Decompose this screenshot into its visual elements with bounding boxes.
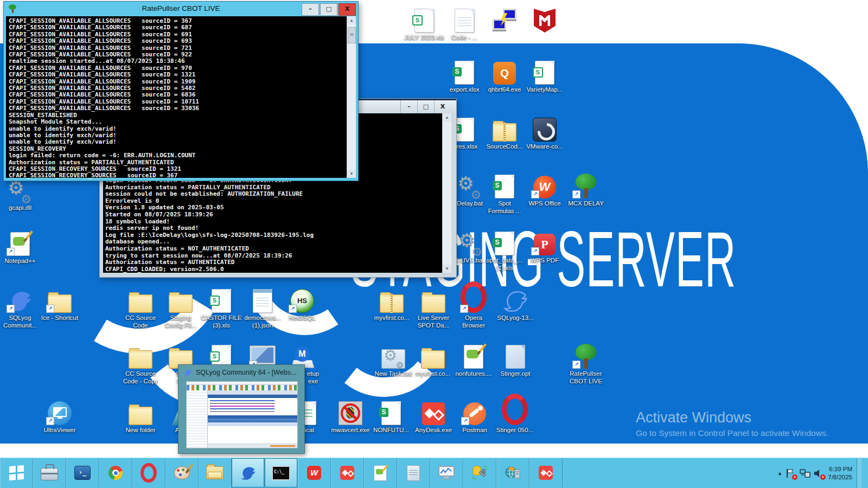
action-center-flag-icon[interactable]	[786, 468, 795, 478]
show-desktop-button[interactable]	[857, 458, 861, 488]
document-icon	[506, 345, 525, 369]
taskbar-notepad[interactable]	[397, 458, 430, 487]
desktop-icon-spot-formulas[interactable]: SpotFormulas ...	[484, 172, 525, 215]
taskbar-file-explorer[interactable]	[199, 458, 232, 487]
desktop-icon-nonfutures[interactable]: nonfutures....	[453, 343, 494, 378]
desktop-icon-ratepullser-cbot-live[interactable]: RatePullserCBOT LIVE	[565, 343, 607, 386]
taskbar-anydesk[interactable]	[331, 458, 364, 487]
scrollbar[interactable]: ▴ ▾	[347, 16, 356, 178]
taskbar-thumbnail-preview[interactable]: SQLyog Community 64 - [Webs...	[178, 364, 305, 454]
taskbar-paint[interactable]	[165, 458, 199, 487]
desktop-icon-ultraviewer[interactable]: UltraViewer	[39, 399, 80, 434]
desktop-icon-mcx-delay[interactable]: MCX DELAY	[565, 172, 607, 208]
scrollbar[interactable]: ▴ ▾	[442, 113, 451, 273]
scroll-up-icon[interactable]: ▴	[347, 16, 356, 24]
shortcut-arrow-icon	[531, 190, 539, 198]
desktop-icon-export-xlsx[interactable]: export.xlsx	[444, 59, 485, 94]
desktop-icon-vmware[interactable]: VMware-co...	[524, 115, 565, 151]
taskbar-iis-manager[interactable]	[496, 458, 529, 487]
desktop-icon-cc-source-code-copy[interactable]: CC SourceCode - Copy	[120, 343, 161, 386]
volume-muted-icon[interactable]	[814, 468, 824, 478]
desktop-icon-staging-config[interactable]: StagingConfig Fil...	[160, 287, 201, 330]
desktop-icon-winscp[interactable]	[484, 7, 525, 34]
taskbar-server-manager[interactable]	[33, 458, 66, 487]
taskbar-notepad-plus-plus[interactable]	[364, 458, 397, 487]
desktop-icon-stinger-050[interactable]: Stinger 050...	[494, 399, 535, 434]
desktop-icon-wps-office[interactable]: WPS Office	[524, 172, 565, 208]
desktop-icon-july-2023-xls[interactable]: JULY 2023.xls	[404, 7, 445, 42]
desktop-icon-varietymap[interactable]: VarietyMap...	[524, 59, 565, 94]
taskbar-chrome[interactable]	[99, 458, 132, 487]
window-titlebar[interactable]: RatePullser CBOT LIVE – □ X	[4, 2, 358, 16]
desktop-icon-stinger-opt[interactable]: Stinger.opt	[495, 343, 536, 378]
notepad-plus-plus-file-icon	[464, 345, 483, 369]
desktop-icon-spot-data-xls[interactable]: spot_data_...(1).xls	[484, 229, 525, 272]
taskbar-wps-office[interactable]	[298, 458, 331, 487]
desktop-icon-gcapi-dll[interactable]: gcapi.dll	[0, 177, 41, 212]
desktop-icon-new-folder[interactable]: New folder	[120, 399, 161, 434]
maximize-button[interactable]: □	[320, 3, 337, 16]
taskbar-sqlyog[interactable]	[232, 458, 265, 487]
desktop-icon-postman[interactable]: Postman	[454, 399, 495, 434]
mcafee-icon	[534, 9, 556, 33]
folder-icon	[129, 407, 152, 425]
desktop-icon-myvfirst-zip[interactable]: myvfirst.co...	[371, 287, 412, 322]
minimize-button[interactable]: –	[302, 3, 319, 16]
desktop-icon-sqlyog-13[interactable]: SQLyog-13...	[495, 287, 536, 322]
spreadsheet-icon	[212, 289, 231, 313]
console-text: CFAPI_SESSION_AVAILABLE_ALLSOURCES sourc…	[9, 18, 199, 179]
anydesk-icon	[422, 402, 445, 425]
blocked-bug-icon	[339, 401, 362, 425]
taskbar-opera[interactable]	[132, 458, 165, 487]
taskbar-performance-monitor[interactable]	[430, 458, 463, 487]
zip-folder-icon	[493, 123, 516, 142]
desktop-icon-heidisql[interactable]: HeidiSQL	[282, 287, 323, 322]
scroll-down-icon[interactable]: ▾	[347, 170, 356, 178]
odbc-icon	[471, 465, 488, 480]
anydesk-icon	[340, 466, 354, 480]
scroll-up-icon[interactable]: ▴	[443, 113, 451, 121]
zip-folder-icon	[380, 294, 404, 313]
gears-window-icon	[381, 349, 405, 369]
desktop-icon-castor-file[interactable]: CASTOR FILE(3).xls	[201, 287, 242, 330]
minimize-button[interactable]: –	[400, 100, 417, 113]
taskbar-clock[interactable]: 6:39 PM 7/8/2025	[828, 465, 852, 481]
desktop-icon-wps-pdf[interactable]: WPS PDF	[524, 229, 565, 265]
folder-icon	[421, 350, 445, 369]
taskbar-command-prompt[interactable]	[265, 458, 298, 487]
start-button[interactable]	[0, 458, 33, 487]
desktop-icon-live-server-spot[interactable]: Live ServerSPOT Da...	[413, 287, 454, 330]
qhbrt-icon	[493, 62, 516, 85]
desktop-icon-ice-shortcut[interactable]: Ice - Shortcut	[39, 287, 80, 322]
maximize-button[interactable]: □	[417, 100, 434, 113]
desktop-icon-sourcecode-zip[interactable]: SourceCod...	[484, 115, 525, 151]
desktop-icon-myvfirst-folder[interactable]: myvfirst.co...	[412, 343, 454, 378]
scrollbar-thumb[interactable]	[348, 27, 356, 43]
hidden-icons-arrow[interactable]: ▴	[778, 470, 782, 477]
desktop-icon-notepad-plus-plus[interactable]: Notepad++	[0, 230, 41, 265]
desktop-icon-code-doc[interactable]: Code - ...	[444, 7, 485, 42]
taskbar-odbc-data-sources[interactable]	[463, 458, 496, 487]
shortcut-arrow-icon	[46, 305, 54, 313]
taskbar-anydesk-2[interactable]	[529, 458, 563, 487]
shortcut-arrow-icon	[7, 305, 15, 313]
desktop-icon-new-task-bat[interactable]: New Task.bat	[373, 343, 414, 378]
scroll-down-icon[interactable]: ▾	[443, 265, 451, 273]
desktop-icon-mcafee[interactable]	[524, 7, 565, 34]
paint-icon	[174, 466, 190, 479]
network-icon[interactable]	[800, 468, 809, 478]
desktop-icon-nonfutu-xls[interactable]: NONFUTU...	[371, 399, 412, 434]
taskbar-powershell[interactable]	[66, 458, 99, 487]
close-button[interactable]: X	[434, 100, 451, 113]
desktop-icon-cc-source-code[interactable]: CC SourceCode	[120, 287, 161, 330]
wps-office-icon	[307, 466, 321, 480]
close-button[interactable]: X	[339, 3, 356, 16]
desktop-icon-sqlyog-community[interactable]: SQLyogCommunit...	[0, 287, 41, 330]
spreadsheet-icon	[535, 61, 554, 85]
shortcut-arrow-icon	[572, 361, 580, 369]
desktop-icon-mwavcert[interactable]: mwavcert.exe	[330, 399, 371, 434]
desktop-icon-anydesk[interactable]: AnyDesk.exe	[413, 399, 454, 434]
desktop-icon-qhbrt64[interactable]: qhbrt64.exe	[484, 59, 525, 94]
desktop-icon-opera-browser[interactable]: OperaBrowser	[453, 287, 494, 330]
desktop-icon-democtcwa-json[interactable]: democtcwa...(1).json	[242, 287, 283, 330]
